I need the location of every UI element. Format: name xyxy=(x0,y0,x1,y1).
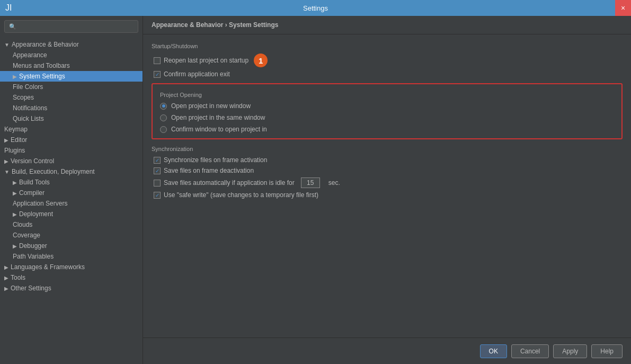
arrow-icon: ▶ xyxy=(13,243,17,249)
sync-files-label: Synchronize files on frame activation xyxy=(164,156,267,164)
radio-new-window[interactable]: Open project in new window xyxy=(160,102,614,110)
settings-content: Startup/Shutdown Reopen last project on … xyxy=(143,34,631,338)
sync-section-label: Synchronization xyxy=(152,146,623,152)
footer: OK Cancel Apply Help xyxy=(143,338,631,364)
apply-button[interactable]: Apply xyxy=(553,344,587,358)
sidebar-item-label: Languages & Frameworks xyxy=(11,263,85,271)
sidebar-item-label: File Colors xyxy=(13,83,43,91)
sidebar-item-label: Tools xyxy=(11,274,25,281)
sidebar-item-plugins[interactable]: Plugins xyxy=(0,145,143,156)
sidebar-item-label: Plugins xyxy=(4,147,25,154)
idle-time-input[interactable] xyxy=(301,177,320,188)
reopen-project-checkbox-wrap: Reopen last project on startup xyxy=(154,57,248,64)
sidebar-item-coverage[interactable]: Coverage xyxy=(0,230,143,241)
sidebar-item-appearance[interactable]: Appearance xyxy=(0,50,143,60)
safe-write-label: Use "safe write" (save changes to a temp… xyxy=(164,191,318,199)
sidebar-item-keymap[interactable]: Keymap xyxy=(0,124,143,135)
nav-tree: ▼ Appearance & Behavior Appearance Menus… xyxy=(0,37,143,364)
save-files-deact-wrap: Save files on frame deactivation xyxy=(154,167,254,174)
arrow-icon: ▶ xyxy=(13,180,17,185)
main-container: 🔍 ▼ Appearance & Behavior Appearance Men… xyxy=(0,16,631,364)
help-button[interactable]: Help xyxy=(591,344,623,358)
sidebar-item-editor[interactable]: ▶ Editor xyxy=(0,135,143,145)
radio-same-window-btn[interactable] xyxy=(160,114,167,121)
project-opening-box: Project Opening Open project in new wind… xyxy=(152,83,623,139)
app-icon: JI xyxy=(5,3,12,13)
sync-files-checkbox[interactable] xyxy=(154,157,161,164)
sidebar-item-application-servers[interactable]: Application Servers xyxy=(0,198,143,209)
sidebar-item-system-settings[interactable]: ▶ System Settings xyxy=(0,71,143,82)
sidebar-item-quick-lists[interactable]: Quick Lists xyxy=(0,113,143,124)
sidebar-item-menus-toolbars[interactable]: Menus and Toolbars xyxy=(0,60,143,71)
title-bar: JI Settings × xyxy=(0,0,631,16)
sync-files-row: Synchronize files on frame activation xyxy=(152,156,623,164)
sidebar-item-label: Scopes xyxy=(13,94,34,101)
search-input[interactable] xyxy=(19,23,134,30)
safe-write-checkbox[interactable] xyxy=(154,192,161,199)
cancel-button[interactable]: Cancel xyxy=(511,344,549,358)
sidebar-item-tools[interactable]: ▶ Tools xyxy=(0,272,143,283)
search-box[interactable]: 🔍 xyxy=(4,20,138,33)
close-button[interactable]: × xyxy=(615,0,631,16)
radio-new-window-btn[interactable] xyxy=(160,103,167,110)
sidebar-item-build-tools[interactable]: ▶ Build Tools xyxy=(0,177,143,188)
arrow-icon: ▶ xyxy=(4,137,8,143)
safe-write-wrap: Use "safe write" (save changes to a temp… xyxy=(154,191,318,199)
sidebar-item-label: Appearance & Behavior xyxy=(12,41,79,48)
sidebar-item-label: Deployment xyxy=(19,210,53,218)
sidebar-item-label: Quick Lists xyxy=(13,115,44,122)
sidebar-item-notifications[interactable]: Notifications xyxy=(0,103,143,113)
sidebar-item-label: Appearance xyxy=(13,51,47,59)
arrow-icon: ▶ xyxy=(4,286,8,291)
radio-new-window-label: Open project in new window xyxy=(171,102,251,110)
sidebar-item-label: Build Tools xyxy=(19,179,50,186)
sidebar-item-scopes[interactable]: Scopes xyxy=(0,92,143,103)
sidebar-item-compiler[interactable]: ▶ Compiler xyxy=(0,188,143,198)
sidebar-item-clouds[interactable]: Clouds xyxy=(0,219,143,230)
save-files-deact-label: Save files on frame deactivation xyxy=(164,167,254,174)
reopen-project-checkbox[interactable] xyxy=(154,57,161,64)
sidebar-item-label: Coverage xyxy=(13,232,40,239)
confirm-exit-label: Confirm application exit xyxy=(164,70,230,78)
sidebar-item-build-exec-deploy[interactable]: ▼ Build, Execution, Deployment xyxy=(0,166,143,177)
sidebar-item-file-colors[interactable]: File Colors xyxy=(0,82,143,92)
sidebar-item-deployment[interactable]: ▶ Deployment xyxy=(0,209,143,219)
save-files-deact-checkbox[interactable] xyxy=(154,167,161,174)
arrow-icon: ▶ xyxy=(4,275,8,281)
sidebar-item-debugger[interactable]: ▶ Debugger xyxy=(0,241,143,251)
search-icon: 🔍 xyxy=(9,23,16,30)
arrow-icon: ▶ xyxy=(13,211,17,217)
sidebar-item-path-variables[interactable]: Path Variables xyxy=(0,251,143,262)
arrow-icon: ▼ xyxy=(4,169,10,175)
sidebar-item-label: Build, Execution, Deployment xyxy=(12,168,95,175)
arrow-icon: ▶ xyxy=(13,190,17,196)
sidebar-item-label: Version Control xyxy=(11,157,54,165)
sidebar-item-version-control[interactable]: ▶ Version Control xyxy=(0,156,143,166)
dialog-title: Settings xyxy=(303,4,328,12)
badge-1: 1 xyxy=(254,54,268,67)
radio-same-window[interactable]: Open project in the same window xyxy=(160,114,614,121)
ok-button[interactable]: OK xyxy=(480,344,507,358)
confirm-exit-checkbox-wrap: Confirm application exit xyxy=(154,70,230,78)
arrow-icon: ▶ xyxy=(13,74,17,79)
radio-confirm-window-label: Confirm window to open project in xyxy=(171,126,267,133)
arrow-icon: ▼ xyxy=(4,42,10,48)
save-files-idle-row: Save files automatically if application … xyxy=(152,177,623,188)
reopen-project-label: Reopen last project on startup xyxy=(164,57,248,64)
arrow-icon: ▶ xyxy=(4,264,8,270)
radio-confirm-window[interactable]: Confirm window to open project in xyxy=(160,126,614,133)
save-files-idle-wrap: Save files automatically if application … xyxy=(154,177,340,188)
project-opening-section-label: Project Opening xyxy=(160,92,614,98)
radio-confirm-window-btn[interactable] xyxy=(160,126,167,133)
sidebar-item-other-settings[interactable]: ▶ Other Settings xyxy=(0,283,143,294)
reopen-project-row: Reopen last project on startup 1 xyxy=(152,54,623,67)
confirm-exit-checkbox[interactable] xyxy=(154,71,161,78)
startup-section-label: Startup/Shutdown xyxy=(152,43,623,49)
sec-label: sec. xyxy=(328,179,340,187)
sidebar-item-appearance-behavior[interactable]: ▼ Appearance & Behavior xyxy=(0,39,143,50)
sidebar-item-label: Debugger xyxy=(19,242,47,250)
sync-section: Synchronization Synchronize files on fra… xyxy=(152,146,623,199)
save-files-idle-checkbox[interactable] xyxy=(154,180,161,187)
sidebar-item-languages-frameworks[interactable]: ▶ Languages & Frameworks xyxy=(0,262,143,272)
sidebar-item-label: Path Variables xyxy=(13,253,54,260)
